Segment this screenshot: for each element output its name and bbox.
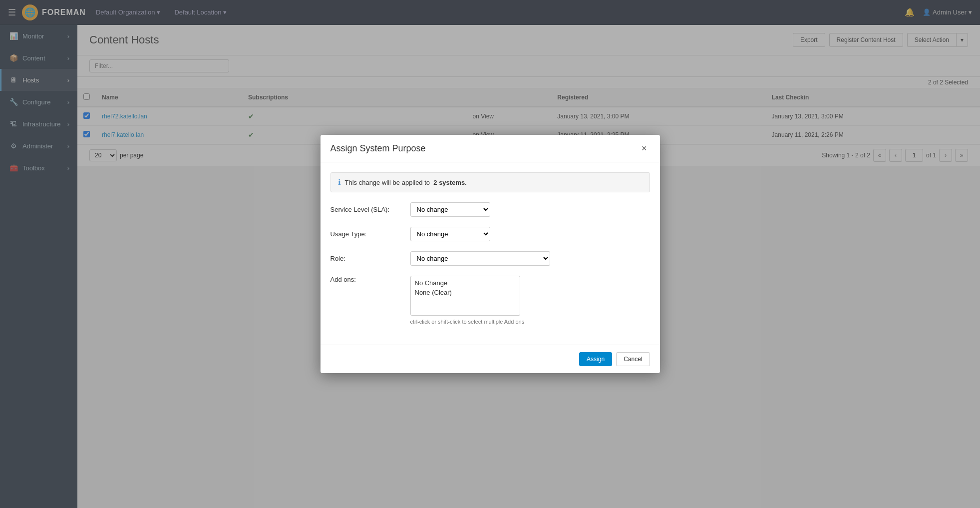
addons-wrapper: No Change None (Clear) ctrl-click or shi… <box>410 276 525 325</box>
info-count: 2 systems. <box>433 179 467 186</box>
info-text-prefix: This change will be applied to <box>345 179 430 186</box>
service-level-label: Service Level (SLA): <box>330 206 410 213</box>
service-level-group: Service Level (SLA): No change Standard … <box>330 202 650 217</box>
role-select[interactable]: No change Red Hat Enterprise Linux Serve… <box>410 251 550 266</box>
addons-hint: ctrl-click or shift-click to select mult… <box>410 319 525 325</box>
modal-overlay: Assign System Purpose × ℹ This change wi… <box>0 0 980 508</box>
modal-header: Assign System Purpose × <box>321 135 660 162</box>
usage-type-select[interactable]: No change Production Development/Test Di… <box>410 227 490 241</box>
usage-type-group: Usage Type: No change Production Develop… <box>330 227 650 241</box>
service-level-select[interactable]: No change Standard Premium Self-Support <box>410 202 490 217</box>
modal-body: ℹ This change will be applied to 2 syste… <box>321 162 660 345</box>
role-group: Role: No change Red Hat Enterprise Linux… <box>330 251 650 266</box>
addons-label: Add ons: <box>330 276 410 283</box>
info-icon: ℹ <box>338 178 341 187</box>
assign-system-purpose-modal: Assign System Purpose × ℹ This change wi… <box>321 135 660 373</box>
modal-close-button[interactable]: × <box>639 143 650 154</box>
role-label: Role: <box>330 255 410 262</box>
modal-info-text: This change will be applied to 2 systems… <box>345 179 467 186</box>
modal-title: Assign System Purpose <box>330 143 426 154</box>
addons-select[interactable]: No Change None (Clear) <box>410 276 520 316</box>
modal-info-box: ℹ This change will be applied to 2 syste… <box>330 172 650 192</box>
addons-group: Add ons: No Change None (Clear) ctrl-cli… <box>330 276 650 325</box>
cancel-button[interactable]: Cancel <box>616 352 650 366</box>
modal-footer: Assign Cancel <box>321 345 660 373</box>
usage-type-label: Usage Type: <box>330 230 410 238</box>
assign-button[interactable]: Assign <box>579 352 612 366</box>
